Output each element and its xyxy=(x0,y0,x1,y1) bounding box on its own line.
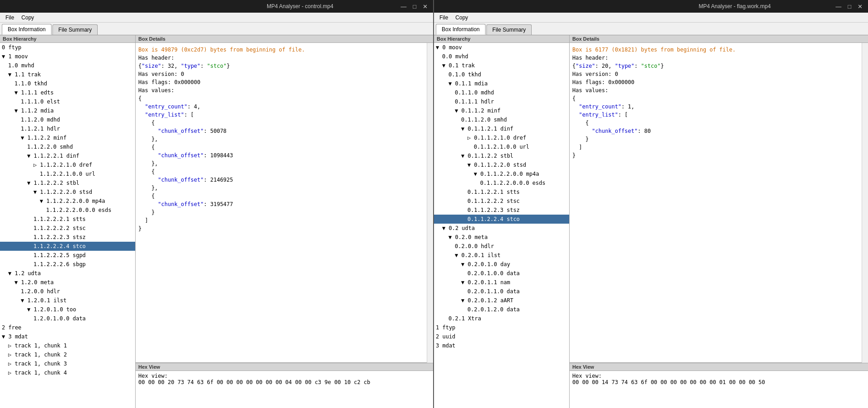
tree-item[interactable]: 1.1.2.2.2.3 stsz xyxy=(0,233,135,242)
tree-item[interactable]: ▷ 1.1.2.2.1.0 dref xyxy=(0,160,135,169)
tree-item[interactable]: 1.1.2.2.2.5 sgpd xyxy=(0,251,135,260)
tree-item[interactable]: ▼ 1.2.0.1.0 too xyxy=(0,305,135,314)
right-restore-button[interactable]: □ xyxy=(846,3,853,10)
tree-item[interactable]: ▼ 0.1.1.2 minf xyxy=(434,106,569,115)
tree-item[interactable]: 1.1.2.2.1.0.0 url xyxy=(0,169,135,178)
details-line: "chunk_offset": 50078 xyxy=(138,127,424,135)
tree-item[interactable]: 0.0 mvhd xyxy=(434,52,569,61)
tree-item[interactable]: ▼ 1.1.2.2 minf xyxy=(0,133,135,142)
tree-item[interactable]: ▷ track 1, chunk 4 xyxy=(0,368,135,377)
tree-item[interactable]: 1.1.0 tkhd xyxy=(0,79,135,88)
tree-item[interactable]: ▼ 0.1.1.2.2 stbl xyxy=(434,151,569,160)
right-hex-header: Hex View xyxy=(570,363,868,371)
right-menu-file[interactable]: File xyxy=(436,14,452,22)
tree-item[interactable]: ▼ 0.1 trak xyxy=(434,61,569,70)
details-line: { xyxy=(138,192,424,200)
tree-item[interactable]: 0.1.1.2.2.3 stsz xyxy=(434,206,569,215)
tree-item[interactable]: 1.1.2.2.2.1 stts xyxy=(0,215,135,224)
details-line: } xyxy=(572,151,859,159)
tree-item[interactable]: ▼ 0.1.1 mdia xyxy=(434,79,569,88)
left-tab-box-information[interactable]: Box Information xyxy=(2,24,52,35)
tree-item[interactable]: 1.2.0.0 hdlr xyxy=(0,287,135,296)
details-line: "chunk_offset": 1098443 xyxy=(138,151,424,159)
tree-item[interactable]: 0.1.1.2.2.1 stts xyxy=(434,188,569,197)
tree-item[interactable]: 1.1.2.2.0 smhd xyxy=(0,142,135,151)
details-line: Has header: xyxy=(572,54,859,62)
tree-item[interactable]: 1.1.1.0 elst xyxy=(0,97,135,106)
tree-item[interactable]: 0.2.0.1.0.0 data xyxy=(434,269,569,278)
right-minimize-button[interactable]: — xyxy=(834,3,843,10)
tree-item[interactable]: ▷ track 1, chunk 1 xyxy=(0,341,135,350)
tree-item[interactable]: ▼ 1 moov xyxy=(0,52,135,61)
right-close-button[interactable]: ✕ xyxy=(856,3,864,10)
tree-item[interactable]: ▼ 1.2 udta xyxy=(0,269,135,278)
tree-item[interactable]: 2 uuid xyxy=(434,332,569,341)
tree-item[interactable]: ▼ 1.1.2.2.1 dinf xyxy=(0,151,135,160)
left-minimize-button[interactable]: — xyxy=(399,3,408,10)
left-restore-button[interactable]: □ xyxy=(411,3,418,10)
right-hex-content: Hex view: 00 00 00 14 73 74 63 6f 00 00 … xyxy=(570,371,868,408)
tree-item[interactable]: 0.1.1.2.2.2 stsc xyxy=(434,197,569,206)
tree-item[interactable]: ▼ 1.2.0 meta xyxy=(0,278,135,287)
left-details-scrollbar[interactable] xyxy=(427,43,433,363)
tree-item[interactable]: ▼ 1.1.2 mdia xyxy=(0,106,135,115)
left-hex-header: Hex View xyxy=(136,363,433,371)
tree-item[interactable]: 0.1.1.2.2.4 stco xyxy=(434,215,569,224)
right-tree-content[interactable]: ▼ 0 moov0.0 mvhd▼ 0.1 trak0.1.0 tkhd▼ 0.… xyxy=(434,43,569,408)
left-tree-content[interactable]: 0 ftyp▼ 1 moov1.0 mvhd▼ 1.1 trak1.1.0 tk… xyxy=(0,43,135,408)
tree-item[interactable]: ▷ 0.1.1.2.1.0 dref xyxy=(434,133,569,142)
right-menu-bar: File Copy xyxy=(434,13,868,23)
tree-item[interactable]: 0.1.1.0 mdhd xyxy=(434,88,569,97)
tree-item[interactable]: ▼ 0.2.0.1.1 nam xyxy=(434,278,569,287)
tree-item[interactable]: 1.1.2.2.2.6 sbgp xyxy=(0,260,135,269)
tree-item[interactable]: ▼ 1.1.1 edts xyxy=(0,88,135,97)
tree-item[interactable]: 1.2.0.1.0.0 data xyxy=(0,314,135,323)
left-tab-file-summary[interactable]: File Summary xyxy=(52,24,98,35)
tree-item[interactable]: 0 ftyp xyxy=(0,43,135,52)
tree-item[interactable]: ▼ 0.2.0 meta xyxy=(434,233,569,242)
left-menu-file[interactable]: File xyxy=(2,14,18,22)
tree-item[interactable]: 1.1.2.1 hdlr xyxy=(0,124,135,133)
tree-item[interactable]: 1.1.2.2.2.4 stco xyxy=(0,242,135,251)
tree-item[interactable]: ▼ 0.1.1.2.1 dinf xyxy=(434,124,569,133)
tree-item[interactable]: 0.1.0 tkhd xyxy=(434,70,569,79)
tree-item[interactable]: ▼ 1.1.2.2.2 stbl xyxy=(0,178,135,188)
tree-item[interactable]: 0.2.0.0 hdlr xyxy=(434,242,569,251)
tree-item[interactable]: 1.1.2.2.2.2 stsc xyxy=(0,224,135,233)
right-tab-file-summary[interactable]: File Summary xyxy=(486,24,532,35)
left-menu-copy[interactable]: Copy xyxy=(18,14,38,22)
tree-item[interactable]: ▼ 1.1.2.2.2.0.0 mp4a xyxy=(0,197,135,206)
tree-item[interactable]: 1.1.2.0 mdhd xyxy=(0,115,135,124)
tree-item[interactable]: 0.1.1.2.2.0.0.0 esds xyxy=(434,178,569,188)
left-right-panels: Box Details Box is 49879 (0xc2d7) bytes … xyxy=(136,35,433,408)
tree-item[interactable]: ▼ 0.2 udta xyxy=(434,224,569,233)
right-details-scrollbar[interactable] xyxy=(862,43,868,363)
tree-item[interactable]: 1.1.2.2.2.0.0.0 esds xyxy=(0,206,135,215)
tree-item[interactable]: ▼ 3 mdat xyxy=(0,332,135,341)
tree-item[interactable]: ▼ 0.1.1.2.2.0.0 mp4a xyxy=(434,169,569,178)
tree-item[interactable]: 0.1.1.2.1.0.0 url xyxy=(434,142,569,151)
tree-item[interactable]: 0.1.1.1 hdlr xyxy=(434,97,569,106)
left-hex-data: 00 00 00 20 73 74 63 6f 00 00 00 00 00 0… xyxy=(138,379,370,385)
tree-item[interactable]: ▼ 0.2.0.1.2 aART xyxy=(434,296,569,305)
tree-item[interactable]: 1 ftyp xyxy=(434,323,569,332)
left-close-button[interactable]: ✕ xyxy=(421,3,429,10)
right-menu-copy[interactable]: Copy xyxy=(452,14,472,22)
tree-item[interactable]: 0.1.1.2.0 smhd xyxy=(434,115,569,124)
tree-item[interactable]: 2 free xyxy=(0,323,135,332)
tree-item[interactable]: ▷ track 1, chunk 3 xyxy=(0,359,135,368)
right-tab-box-information[interactable]: Box Information xyxy=(436,24,486,35)
tree-item[interactable]: 0.2.0.1.1.0 data xyxy=(434,287,569,296)
tree-item[interactable]: 0.2.1 Xtra xyxy=(434,314,569,323)
tree-item[interactable]: ▼ 1.2.0.1 ilst xyxy=(0,296,135,305)
tree-item[interactable]: 3 mdat xyxy=(434,341,569,350)
tree-item[interactable]: 0.2.0.1.2.0 data xyxy=(434,305,569,314)
tree-item[interactable]: ▼ 0 moov xyxy=(434,43,569,52)
tree-item[interactable]: ▼ 0.1.1.2.2.0 stsd xyxy=(434,160,569,169)
tree-item[interactable]: ▼ 1.1.2.2.2.0 stsd xyxy=(0,188,135,197)
tree-item[interactable]: ▼ 0.2.0.1.0 day xyxy=(434,260,569,269)
tree-item[interactable]: ▼ 1.1 trak xyxy=(0,70,135,79)
tree-item[interactable]: ▼ 0.2.0.1 ilst xyxy=(434,251,569,260)
tree-item[interactable]: ▷ track 1, chunk 2 xyxy=(0,350,135,359)
tree-item[interactable]: 1.0 mvhd xyxy=(0,61,135,70)
